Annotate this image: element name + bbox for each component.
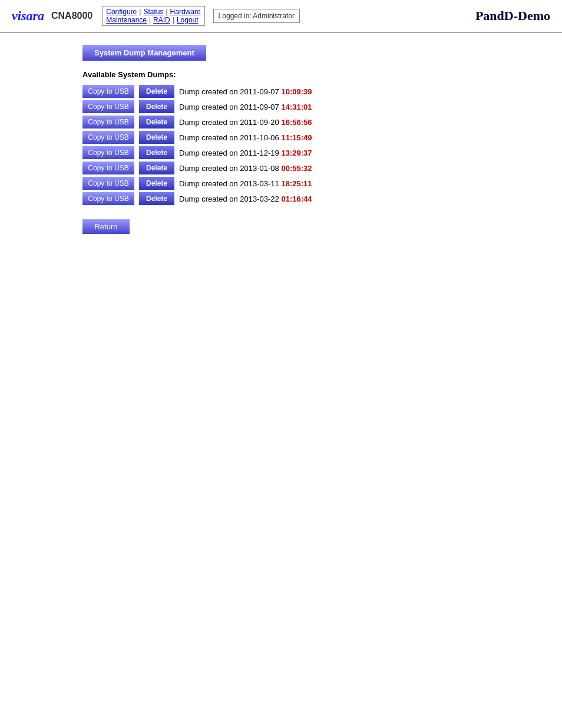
dump-row: Copy to USBDeleteDump created on 2011-09… [82, 116, 480, 129]
delete-button-0[interactable]: Delete [139, 85, 174, 98]
delete-button-5[interactable]: Delete [139, 162, 174, 174]
logged-in-label: Logged in: Administrator [213, 9, 300, 23]
delete-button-7[interactable]: Delete [139, 192, 174, 205]
dump-time-highlight-7: 01:16:44 [281, 195, 312, 203]
dump-label-3: Dump created on 2011-10-06 11:15:49 [179, 133, 312, 142]
dump-row: Copy to USBDeleteDump created on 2013-03… [82, 192, 480, 205]
delete-button-3[interactable]: Delete [139, 131, 174, 144]
copy-usb-button-7[interactable]: Copy to USB [82, 192, 134, 205]
main-content: System Dump Management Available System … [0, 33, 562, 246]
dump-time-highlight-6: 18:25:11 [281, 179, 312, 188]
section-header-button: System Dump Management [82, 45, 206, 61]
dump-label-2: Dump created on 2011-09-20 16:56:56 [179, 118, 312, 127]
nav-hardware[interactable]: Hardware [170, 8, 201, 16]
dump-time-highlight-1: 14:31:01 [281, 103, 312, 111]
dump-label-0: Dump created on 2011-09-07 10:09:39 [179, 87, 312, 96]
nav-raid[interactable]: RAID [153, 16, 170, 24]
product-name: CNA8000 [51, 11, 92, 21]
return-button[interactable]: Return [82, 219, 130, 234]
header: visara CNA8000 Configure | Status | Hard… [0, 0, 562, 33]
dump-time-highlight-3: 11:15:49 [281, 133, 312, 142]
visara-logo: visara [12, 8, 44, 24]
dump-row: Copy to USBDeleteDump created on 2013-01… [82, 162, 480, 174]
delete-button-1[interactable]: Delete [139, 100, 174, 113]
section-label: Available System Dumps: [82, 70, 480, 79]
dump-label-5: Dump created on 2013-01-08 00:55:32 [179, 164, 312, 173]
dump-label-6: Dump created on 2013-03-11 18:25:11 [179, 179, 312, 188]
dump-row: Copy to USBDeleteDump created on 2013-03… [82, 177, 480, 190]
nav-box: Configure | Status | Hardware Maintenanc… [102, 6, 204, 26]
nav-logout[interactable]: Logout [177, 16, 199, 24]
nav-row-1: Configure | Status | Hardware [106, 8, 200, 16]
nav-maintenance[interactable]: Maintenance [106, 16, 147, 24]
copy-usb-button-2[interactable]: Copy to USB [82, 116, 134, 129]
nav-configure[interactable]: Configure [106, 8, 137, 16]
dump-row: Copy to USBDeleteDump created on 2011-12… [82, 146, 480, 159]
dump-label-7: Dump created on 2013-03-22 01:16:44 [179, 195, 312, 203]
copy-usb-button-3[interactable]: Copy to USB [82, 131, 134, 144]
copy-usb-button-6[interactable]: Copy to USB [82, 177, 134, 190]
delete-button-2[interactable]: Delete [139, 116, 174, 129]
dump-time-highlight-2: 16:56:56 [281, 118, 312, 127]
dump-row: Copy to USBDeleteDump created on 2011-10… [82, 131, 480, 144]
dump-row: Copy to USBDeleteDump created on 2011-09… [82, 85, 480, 98]
copy-usb-button-1[interactable]: Copy to USB [82, 100, 134, 113]
nav-status[interactable]: Status [143, 8, 163, 16]
copy-usb-button-4[interactable]: Copy to USB [82, 146, 134, 159]
copy-usb-button-5[interactable]: Copy to USB [82, 162, 134, 174]
nav-row-2: Maintenance | RAID | Logout [106, 16, 198, 24]
delete-button-4[interactable]: Delete [139, 146, 174, 159]
dump-list: Copy to USBDeleteDump created on 2011-09… [82, 85, 480, 205]
dump-time-highlight-0: 10:09:39 [281, 87, 312, 96]
delete-button-6[interactable]: Delete [139, 177, 174, 190]
logo-area: visara CNA8000 [12, 8, 92, 24]
page-title: PandD-Demo [475, 8, 550, 24]
dump-time-highlight-5: 00:55:32 [281, 164, 312, 173]
copy-usb-button-0[interactable]: Copy to USB [82, 85, 134, 98]
dump-time-highlight-4: 13:29:37 [281, 149, 312, 157]
dump-label-4: Dump created on 2011-12-19 13:29:37 [179, 149, 312, 157]
dump-label-1: Dump created on 2011-09-07 14:31:01 [179, 103, 312, 111]
dump-row: Copy to USBDeleteDump created on 2011-09… [82, 100, 480, 113]
